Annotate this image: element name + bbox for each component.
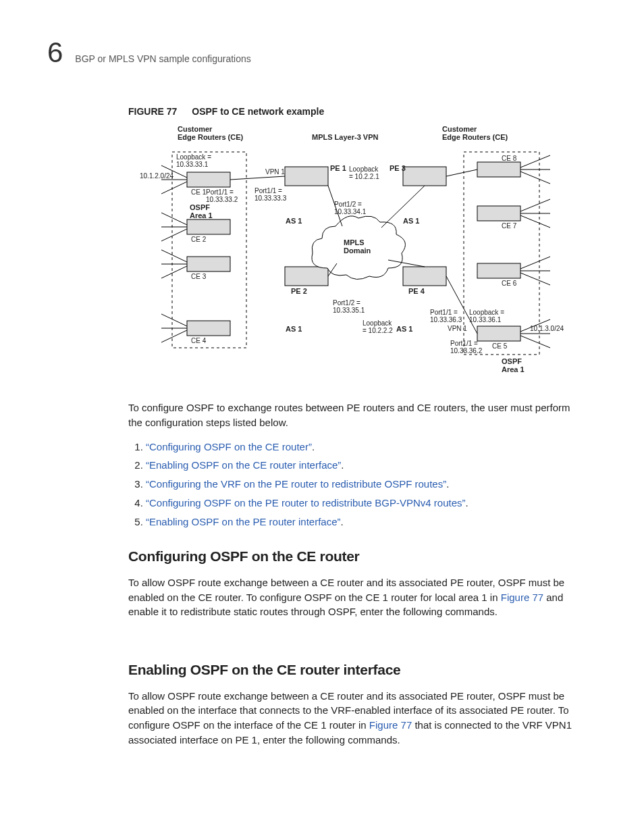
label-pe1-port: Port1/1 = 10.33.33.3 <box>254 187 286 202</box>
section-heading-configure-ce: Configuring OSPF on the CE router <box>128 546 583 567</box>
steps-list: “Configuring OSPF on the CE router”. “En… <box>128 440 583 529</box>
label-pe4: PE 4 <box>408 287 425 295</box>
svg-line-26 <box>520 155 550 167</box>
label-loopback-l: Loopback = 10.33.33.1 <box>176 153 211 168</box>
svg-line-15 <box>161 314 187 326</box>
svg-rect-5 <box>187 321 230 336</box>
label-ce7: CE 7 <box>502 222 516 230</box>
svg-line-28 <box>520 172 550 184</box>
list-item: “Configuring OSPF on the CE router”. <box>146 440 583 454</box>
label-pe1-lb: Loopback = 10.2.2.1 <box>349 165 379 180</box>
label-ce4: CE 4 <box>191 337 206 344</box>
list-item: “Enabling OSPF on the CE router interfac… <box>146 458 583 473</box>
figure-label: FIGURE 77 <box>128 106 177 117</box>
step-link[interactable]: “Configuring OSPF on the CE router” <box>146 441 312 452</box>
label-ce8: CE 8 <box>502 155 516 162</box>
svg-line-31 <box>520 215 550 228</box>
step-link[interactable]: “Configuring OSPF on the PE router to re… <box>146 497 466 509</box>
svg-line-32 <box>520 257 550 269</box>
label-r-lb: Loopback = 10.33.36.1 <box>469 309 504 323</box>
svg-rect-19 <box>285 267 328 286</box>
figure-title: OSPF to CE network example <box>192 106 324 117</box>
svg-line-34 <box>520 273 550 285</box>
label-ce5: CE 5 <box>492 342 507 350</box>
svg-rect-18 <box>285 167 328 186</box>
svg-rect-20 <box>403 167 446 186</box>
label-as1c: AS 1 <box>396 325 412 333</box>
chapter-number: 6 <box>47 32 63 74</box>
svg-line-8 <box>161 182 187 194</box>
svg-line-14 <box>161 266 187 278</box>
label-pe3: PE 3 <box>390 164 406 172</box>
label-ospf-area-r: OSPF Area 1 <box>502 357 525 373</box>
label-subnet-l: 10.1.2.0/24 <box>140 172 173 180</box>
figure-ref-link[interactable]: Figure 77 <box>369 719 412 731</box>
svg-rect-1 <box>464 152 539 355</box>
label-ce-right-hdr: Customer Edge Routers (CE) <box>442 125 508 141</box>
figure-diagram: Customer Edge Routers (CE) MPLS Layer-3 … <box>160 125 552 382</box>
svg-rect-22 <box>477 162 520 177</box>
svg-rect-4 <box>187 257 230 271</box>
svg-rect-23 <box>477 206 520 221</box>
label-pe2-p12: Port1/2 = 10.33.35.1 <box>333 299 365 314</box>
label-as1d: AS 1 <box>403 217 419 225</box>
svg-line-38 <box>230 176 285 180</box>
section2-paragraph: To allow OSPF route exchange between a C… <box>128 689 583 748</box>
list-item: “Configuring OSPF on the PE router to re… <box>146 496 583 511</box>
svg-line-11 <box>161 229 187 241</box>
label-pe2: PE 2 <box>291 287 307 295</box>
label-as1a: AS 1 <box>286 217 302 225</box>
label-ospf-area-l: OSPF Area 1 <box>190 203 213 219</box>
svg-line-17 <box>161 330 187 342</box>
intro-paragraph: To configure OSPF to exchange routes bet… <box>128 400 583 430</box>
svg-rect-3 <box>187 219 230 234</box>
svg-line-9 <box>161 213 187 225</box>
section1-paragraph: To allow OSPF route exchange between a C… <box>128 575 583 619</box>
label-pe1: PE 1 <box>330 164 346 172</box>
svg-rect-21 <box>403 267 446 286</box>
label-vpn1-r: VPN 1 <box>448 325 467 332</box>
running-title: BGP or MPLS VPN sample configurations <box>75 52 250 66</box>
label-ce-left-hdr: Customer Edge Routers (CE) <box>178 125 243 141</box>
figure-caption: FIGURE 77 OSPF to CE network example <box>128 105 583 118</box>
label-ce6: CE 6 <box>502 280 516 287</box>
label-r-port-b: Port1/1 = 10.33.36.2 <box>450 340 482 355</box>
svg-line-41 <box>446 170 477 176</box>
list-item: “Enabling OSPF on the PE router interfac… <box>146 515 583 529</box>
step-link[interactable]: “Configuring the VRF on the PE router to… <box>146 478 446 490</box>
running-header: 6 BGP or MPLS VPN sample configurations <box>47 32 597 74</box>
svg-line-12 <box>161 250 187 262</box>
label-mpls-dom: MPLS Domain <box>344 238 371 255</box>
svg-rect-24 <box>477 263 520 278</box>
label-ce2: CE 2 <box>191 236 206 243</box>
label-ce1: CE 1 <box>191 188 206 196</box>
label-pe1-p12: Port1/2 = 10.33.34.1 <box>334 201 366 215</box>
step-link[interactable]: “Enabling OSPF on the CE router interfac… <box>146 459 341 471</box>
label-as1b: AS 1 <box>286 325 302 333</box>
svg-rect-25 <box>477 326 520 341</box>
label-mpls-hdr: MPLS Layer-3 VPN <box>312 133 378 141</box>
list-item: “Configuring the VRF on the PE router to… <box>146 477 583 492</box>
label-ce3: CE 3 <box>191 273 206 280</box>
label-vpn1-l: VPN 1 <box>265 168 285 176</box>
svg-rect-2 <box>187 172 230 187</box>
section-heading-enable-ce-if: Enabling OSPF on the CE router interface <box>128 660 583 680</box>
label-ce1-port: Port1/1 = 10.33.33.2 <box>206 188 238 203</box>
label-subnet-r: 10.1.3.0/24 <box>530 325 564 332</box>
section1-text-a: To allow OSPF route exchange between a C… <box>128 577 564 603</box>
figure-ref-link[interactable]: Figure 77 <box>501 592 543 603</box>
svg-line-37 <box>520 336 550 348</box>
svg-line-29 <box>520 199 550 211</box>
label-pe2-lb: Loopback = 10.2.2.2 <box>363 319 393 334</box>
step-link[interactable]: “Enabling OSPF on the PE router interfac… <box>146 516 340 527</box>
label-r-port-a: Port1/1 = 10.33.36.3 <box>430 309 462 323</box>
